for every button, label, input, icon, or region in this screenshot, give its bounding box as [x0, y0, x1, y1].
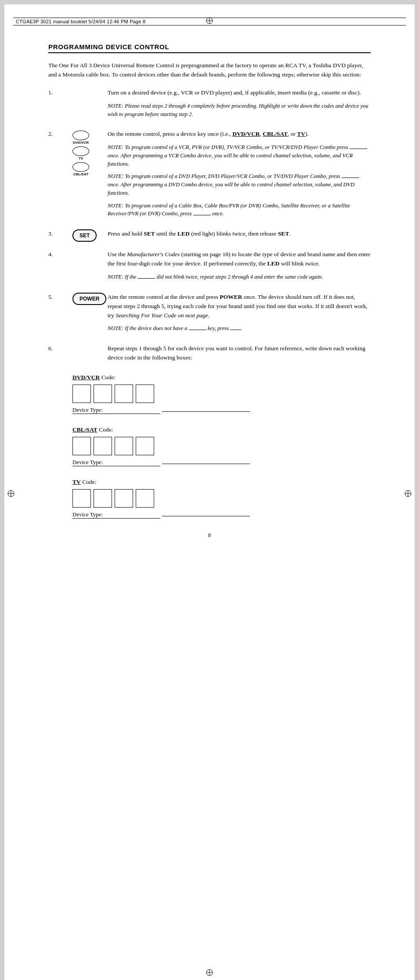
step-5-number: 5. — [48, 293, 72, 301]
tv-oval — [72, 146, 89, 156]
cbl-sat-code-boxes — [72, 437, 371, 455]
cbl-sat-code-label: CBL/SAT Code: — [72, 426, 371, 433]
step-1: 1. Turn on a desired device (e.g., VCR o… — [48, 88, 371, 123]
page-number: 8 — [48, 532, 371, 539]
tv-code-box-3[interactable] — [115, 489, 133, 508]
dvd-vcr-code-boxes — [72, 385, 371, 403]
led-text-bold: LED — [177, 230, 190, 237]
cbl-sat-oval — [72, 162, 89, 172]
cbl-sat-label: CBL/SAT — [263, 131, 288, 137]
searching-code-italic: Searching For Your Code on next page — [116, 312, 208, 319]
step-3-number: 3. — [48, 229, 72, 237]
tv-code-section: TV Code: Device Type: — [72, 479, 371, 519]
dvd-vcr-button-icon: DVD/VCR — [72, 131, 89, 145]
step-2-main: On the remote control, press a device ke… — [108, 130, 371, 139]
step-5-left: 5. POWER — [48, 293, 108, 305]
top-reg-mark — [206, 17, 213, 26]
step-5: 5. POWER Aim the remote control at the d… — [48, 293, 371, 338]
tv-code-box-1[interactable] — [72, 489, 91, 508]
step-4-content: Use the Manufacturer's Codes (starting o… — [108, 250, 371, 286]
dvd-vcr-code-box-2[interactable] — [94, 385, 112, 403]
cbl-sat-code-box-3[interactable] — [115, 437, 133, 455]
content-area: PROGRAMMING DEVICE CONTROL The One For A… — [13, 34, 406, 548]
set-text-bold-2: SET — [278, 230, 289, 237]
set-text-bold: SET — [144, 230, 155, 237]
dvd-vcr-device-type: Device Type: — [72, 407, 371, 414]
step-5-note: NOTE: If the device does not have a key,… — [108, 324, 371, 333]
device-buttons-icon: DVD/VCR TV CBL/SAT — [72, 131, 89, 176]
step-5-main: Aim the remote control at the device and… — [108, 293, 371, 320]
cbl-sat-code-box-4[interactable] — [136, 437, 154, 455]
tv-button-icon: TV — [72, 146, 89, 160]
step-5-content: Aim the remote control at the device and… — [108, 293, 371, 338]
step-2-number: 2. — [48, 130, 72, 138]
dvd-vcr-oval — [72, 131, 89, 140]
step-2: 2. DVD/VCR TV CBL/SAT — [48, 130, 371, 222]
power-text-bold: POWER — [220, 294, 242, 300]
dvd-vcr-label: DVD/VCR — [232, 131, 260, 137]
cbl-sat-code-box-1[interactable] — [72, 437, 91, 455]
cbl-sat-code-box-2[interactable] — [94, 437, 112, 455]
step-3-left: 3. SET — [48, 229, 108, 242]
dvd-vcr-code-box-4[interactable] — [136, 385, 154, 403]
dvd-vcr-code-section: DVD/VCR Code: Device Type: — [72, 374, 371, 414]
tv-label: TV — [297, 131, 305, 137]
step-4-number: 4. — [48, 250, 72, 258]
step-2-content: On the remote control, press a device ke… — [108, 130, 371, 222]
step-6-left: 6. — [48, 344, 108, 352]
step-2-note-3: NOTE: To program control of a Cable Box,… — [108, 202, 371, 218]
step-4-left: 4. — [48, 250, 108, 258]
power-button: POWER — [72, 293, 106, 305]
step-1-note: NOTE: Please read steps 2 through 4 comp… — [108, 102, 371, 119]
cbl-sat-code-section: CBL/SAT Code: Device Type: — [72, 426, 371, 466]
dvd-vcr-code-label: DVD/VCR Code: — [72, 374, 371, 381]
intro-paragraph: The One For All 3 Device Universal Remot… — [48, 61, 371, 80]
step-6-number: 6. — [48, 344, 72, 352]
step-1-left: 1. — [48, 88, 108, 96]
tv-device-type: Device Type: — [72, 511, 371, 519]
step-4: 4. Use the Manufacturer's Codes (startin… — [48, 250, 371, 286]
step-2-note-2: NOTE: To program control of a DVD Player… — [108, 172, 371, 197]
header-text: CTGAE3P 3021 manual booklet 5/24/04 12:4… — [16, 19, 145, 24]
cbl-sat-button-icon: CBL/SAT — [72, 162, 89, 176]
step-1-content: Turn on a desired device (e.g., VCR or D… — [108, 88, 371, 123]
step-3: 3. SET Press and hold SET until the LED … — [48, 229, 371, 243]
manufacturers-codes-italic: Manufacturer's Codes — [127, 251, 180, 258]
section-title: PROGRAMMING DEVICE CONTROL — [48, 43, 371, 53]
step-2-note-1: NOTE: To program control of a VCR, PVR (… — [108, 143, 371, 168]
dvd-vcr-code-box-1[interactable] — [72, 385, 91, 403]
set-button: SET — [72, 229, 97, 242]
led-bold: LED — [267, 260, 280, 267]
left-reg-mark — [7, 490, 15, 499]
step-6-content: Repeat steps 1 through 5 for each device… — [108, 344, 371, 367]
tv-code-box-2[interactable] — [94, 489, 112, 508]
right-reg-mark — [404, 490, 412, 499]
step-1-number: 1. — [48, 88, 72, 96]
step-6-main: Repeat steps 1 through 5 for each device… — [108, 344, 371, 363]
tv-code-label: TV Code: — [72, 479, 371, 486]
step-2-left: 2. DVD/VCR TV CBL/SAT — [48, 130, 108, 176]
tv-code-boxes — [72, 489, 371, 508]
step-1-main: Turn on a desired device (e.g., VCR or D… — [108, 88, 371, 98]
cbl-sat-device-type: Device Type: — [72, 459, 371, 466]
dvd-vcr-code-box-3[interactable] — [115, 385, 133, 403]
step-3-content: Press and hold SET until the LED (red li… — [108, 229, 371, 243]
tv-code-box-4[interactable] — [136, 489, 154, 508]
bottom-reg-mark — [206, 969, 213, 978]
page: CTGAE3P 3021 manual booklet 5/24/04 12:4… — [4, 4, 415, 980]
step-6: 6. Repeat steps 1 through 5 for each dev… — [48, 344, 371, 367]
step-4-note: NOTE: If the did not blink twice, repeat… — [108, 273, 371, 281]
step-3-main: Press and hold SET until the LED (red li… — [108, 229, 371, 239]
step-4-main: Use the Manufacturer's Codes (starting o… — [108, 250, 371, 269]
